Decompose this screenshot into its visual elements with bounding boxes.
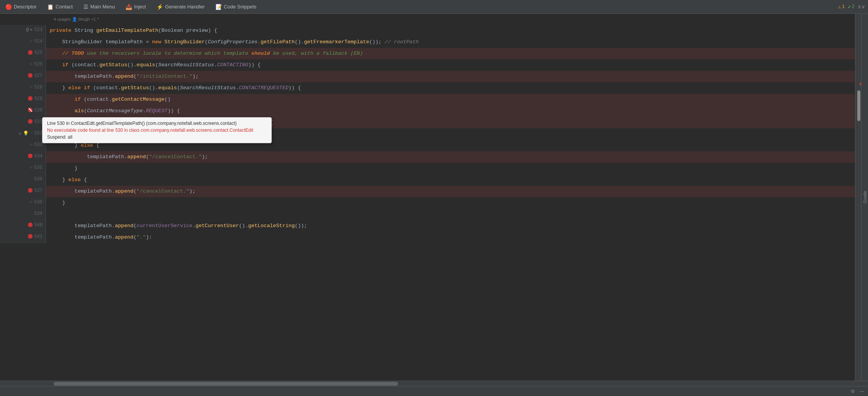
line-content-525: // TODO use the receivers locale to dete… bbox=[46, 48, 855, 59]
breakpoint-527[interactable] bbox=[28, 73, 33, 78]
line-content-529: if (contact.getContactMessage() bbox=[46, 94, 855, 105]
line-number-536: 536 bbox=[0, 174, 46, 186]
warning-count: 1 bbox=[842, 4, 845, 10]
table-row: 525 // TODO use the receivers locale to … bbox=[0, 48, 855, 59]
toolbar-descriptor-label: Descriptor bbox=[14, 4, 36, 10]
tooltip-title: Line 530 in ContactEdit.getEmailTemplate… bbox=[47, 121, 267, 126]
tooltip-error: No executable code found at line 530 in … bbox=[47, 128, 267, 133]
nav-up-arrow[interactable]: ∧ bbox=[858, 3, 861, 10]
line-content-524: StringBuilder templatePath = new StringB… bbox=[46, 36, 855, 48]
breakpoint-529[interactable] bbox=[28, 96, 33, 101]
code-editor[interactable]: 4 usages 👤 bhcgh +1 * @ ▶ 523 private St… bbox=[0, 14, 855, 381]
gradle-label: Gradle bbox=[863, 191, 867, 203]
minimize-icon[interactable]: — bbox=[860, 389, 864, 394]
gutter-at-icon: @ bbox=[26, 27, 29, 33]
settings-icon[interactable]: ⚙ bbox=[851, 389, 855, 394]
line-content-523: private String getEmailTemplatePath(Bool… bbox=[46, 25, 855, 36]
fold-marker-533[interactable]: ▷ bbox=[30, 142, 33, 147]
line-number-528: ▷ 528 bbox=[0, 82, 46, 94]
ok-count: 2 bbox=[852, 4, 855, 10]
breakpoint-537[interactable] bbox=[28, 188, 33, 193]
breakpoint-531[interactable] bbox=[28, 119, 33, 124]
fold-marker-532[interactable]: — bbox=[30, 131, 33, 135]
fold-marker-526[interactable]: ▷ bbox=[30, 62, 33, 66]
table-row: @ ▶ 523 private String getEmailTemplateP… bbox=[0, 25, 855, 36]
breakpoint-525[interactable] bbox=[28, 50, 33, 55]
toolbar-inject[interactable]: 📥 Inject bbox=[123, 3, 148, 11]
line-number-529: 529 bbox=[0, 94, 46, 105]
line-number-538: ▷ 538 bbox=[0, 197, 46, 209]
breakpoint-540[interactable] bbox=[28, 223, 33, 227]
status-bar: ⚙ — bbox=[0, 386, 868, 396]
table-row: 536 } else { bbox=[0, 174, 855, 186]
table-row: 530 als(ContactMessageType.REQUEST)) { bbox=[0, 105, 855, 117]
line-content-535: } bbox=[46, 163, 855, 174]
line-number-531: 531 bbox=[0, 117, 46, 128]
line-number-523: @ ▶ 523 bbox=[0, 25, 46, 36]
snippets-icon: 📝 bbox=[215, 4, 222, 10]
table-row: 541 templatePath.append("."): bbox=[0, 232, 855, 243]
table-row: ▷ 535 } bbox=[0, 163, 855, 174]
usage-hint: 4 usages 👤 bhcgh +1 * bbox=[50, 15, 103, 23]
warning-indicator[interactable]: ⚠ 1 bbox=[838, 4, 845, 10]
gradle-panel[interactable]: Gradle bbox=[861, 14, 868, 381]
table-row: 534 templatePath.append("/cancelContact.… bbox=[0, 151, 855, 163]
table-row: ▷ 528 } else if (contact.getStatus().equ… bbox=[0, 82, 855, 94]
line-content-536: } else { bbox=[46, 174, 855, 186]
table-row: ▷ 526 if (contact.getStatus().equals(Sea… bbox=[0, 59, 855, 71]
line-number-539: 539 bbox=[0, 209, 46, 220]
table-row: 527 templatePath.append("/initialContact… bbox=[0, 71, 855, 82]
line-number-530: 530 bbox=[0, 105, 46, 117]
toolbar-descriptor[interactable]: 🔴 Descriptor bbox=[3, 3, 39, 11]
lightning-icon: ⚡ bbox=[157, 4, 163, 10]
line-content-537: templatePath.append("/cancelContact."); bbox=[46, 186, 855, 197]
line-number-535: ▷ 535 bbox=[0, 163, 46, 174]
ok-indicator[interactable]: ✔ 2 bbox=[848, 4, 855, 10]
line-content-540: templatePath.append(currentUserService.g… bbox=[46, 220, 855, 232]
tooltip-suspend: Suspend: all bbox=[47, 134, 267, 140]
breakpoint-534[interactable] bbox=[28, 154, 33, 158]
toolbar-contact[interactable]: 📋 Contact bbox=[45, 3, 75, 11]
warning-icon: ⚠ bbox=[838, 4, 841, 10]
fold-marker-524[interactable]: ▷ bbox=[30, 39, 33, 43]
line-content-530: als(ContactMessageType.REQUEST)) { bbox=[46, 105, 855, 117]
horizontal-scrollbar-thumb[interactable] bbox=[54, 382, 398, 386]
tooltip-popup: Line 530 in ContactEdit.getEmailTemplate… bbox=[42, 117, 272, 143]
toolbar-generate-handler-label: Generate Handler bbox=[165, 4, 204, 10]
line-number-541: 541 bbox=[0, 232, 46, 243]
table-row: ▷ 538 } bbox=[0, 197, 855, 209]
toolbar-generate-handler[interactable]: ⚡ Generate Handler bbox=[154, 3, 207, 11]
contact-icon: 📋 bbox=[47, 4, 54, 10]
toolbar-main-menu[interactable]: ☰ Main Menu bbox=[81, 3, 117, 11]
table-row: 540 templatePath.append(currentUserServi… bbox=[0, 220, 855, 232]
nav-arrows: ∧ ∨ bbox=[858, 3, 865, 10]
descriptor-icon: 🔴 bbox=[5, 4, 12, 10]
lightbulb-532[interactable]: 💡 bbox=[23, 131, 29, 136]
line-number-537: 537 bbox=[0, 186, 46, 197]
breakpoint-541[interactable] bbox=[28, 234, 33, 239]
menu-icon: ☰ bbox=[83, 4, 88, 10]
toolbar-code-snippets-label: Code Snippets bbox=[224, 4, 256, 10]
line-content-534: templatePath.append("/cancelContact."); bbox=[46, 151, 855, 163]
banned-icon-532: ⊘ bbox=[19, 131, 22, 137]
table-row: 529 if (contact.getContactMessage() bbox=[0, 94, 855, 105]
fold-marker-523[interactable]: ▶ bbox=[30, 27, 33, 32]
line-number-525: 525 bbox=[0, 48, 46, 59]
disabled-breakpoint-530[interactable] bbox=[28, 108, 33, 112]
line-content-528: } else if (contact.getStatus().equals(Se… bbox=[46, 82, 855, 94]
line-content-527: templatePath.append("/initialContact."); bbox=[46, 71, 855, 82]
toolbar-code-snippets[interactable]: 📝 Code Snippets bbox=[213, 3, 259, 11]
fold-marker-528[interactable]: ▷ bbox=[30, 85, 33, 89]
ok-icon: ✔ bbox=[848, 4, 851, 10]
toolbar-inject-label: Inject bbox=[134, 4, 146, 10]
table-row: 539 bbox=[0, 209, 855, 220]
line-number-524: ▷ 524 bbox=[0, 36, 46, 48]
inject-icon: 📥 bbox=[126, 4, 132, 10]
fold-marker-535[interactable]: ▷ bbox=[30, 165, 33, 170]
horizontal-scrollbar[interactable] bbox=[0, 381, 868, 386]
nav-down-arrow[interactable]: ∨ bbox=[862, 3, 865, 10]
line-number-527: 527 bbox=[0, 71, 46, 82]
vertical-scrollbar[interactable] bbox=[857, 90, 860, 121]
line-number-533: ▷ 533 bbox=[0, 140, 46, 151]
fold-marker-538[interactable]: ▷ bbox=[30, 200, 33, 204]
